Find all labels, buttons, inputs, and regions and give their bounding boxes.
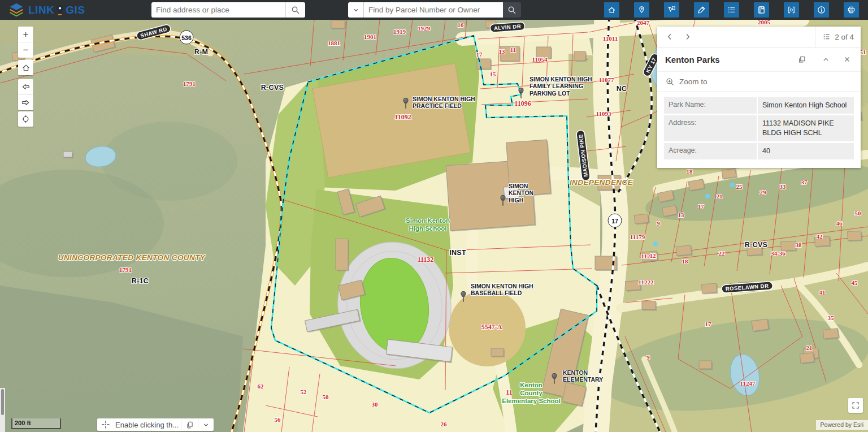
header-toolbar <box>604 2 859 18</box>
close-icon <box>843 55 851 63</box>
copy-icon <box>185 421 194 429</box>
field-value: 40 <box>758 143 854 159</box>
previous-extent-button[interactable] <box>18 79 33 95</box>
popup-attribute-table: Park Name:Simon Kenton High SchoolAddres… <box>657 92 861 168</box>
click-tool-dropdown-button[interactable] <box>198 418 214 431</box>
parcel-search-dropdown[interactable] <box>348 2 364 18</box>
logo-word-gis: GIS <box>66 4 85 16</box>
logo-word-link: LINK <box>28 4 54 16</box>
field-label: Park Name: <box>664 97 757 114</box>
next-extent-button[interactable] <box>18 95 33 110</box>
app-header: LINK GIS <box>0 0 868 20</box>
print-icon <box>847 5 856 15</box>
popup-dock-button[interactable] <box>794 51 810 67</box>
linkgis-app: 1791188119011919192916204720051101117131… <box>0 0 868 432</box>
locate-me-button[interactable] <box>18 111 33 127</box>
chevron-down-icon <box>202 421 210 429</box>
chevron-right-icon <box>683 32 692 41</box>
basemap-icon <box>787 5 796 15</box>
previous-feature-button[interactable] <box>662 29 678 45</box>
arrow-right-icon <box>21 98 31 107</box>
select-features-tool-button[interactable] <box>664 2 679 18</box>
home-control <box>18 60 33 75</box>
bookmarks-tool-button[interactable] <box>754 2 769 18</box>
dock-icon <box>797 55 806 64</box>
popup-zoom-to-action[interactable]: Zoom to <box>657 71 861 92</box>
info-icon <box>817 5 826 15</box>
crosshair-icon <box>101 420 110 429</box>
fullscreen-button[interactable] <box>848 398 863 413</box>
select-icon <box>667 5 676 15</box>
popup-field-row: Park Name:Simon Kenton High School <box>664 97 854 114</box>
draw-icon <box>697 5 706 15</box>
popup-nav-row: 2 of 4 <box>657 27 861 47</box>
feature-list-icon <box>822 32 831 41</box>
print-tool-button[interactable] <box>844 2 859 18</box>
popup-page-count: 2 of 4 <box>835 33 854 41</box>
locate-icon <box>21 114 31 124</box>
popup-field-row: Acreage:40 <box>664 143 854 159</box>
zoom-in-button[interactable]: + <box>18 27 33 42</box>
popup-title: Kenton Parks <box>665 55 794 64</box>
chevron-left-icon <box>665 32 674 41</box>
parcel-search-button[interactable] <box>503 2 521 18</box>
home-tool-button[interactable] <box>604 2 619 18</box>
fullscreen-icon <box>851 401 860 410</box>
extent-nav-controls <box>18 79 33 110</box>
popup-field-row: Address:11132 MADISON PIKE BLDG HIGH SCH… <box>664 115 854 141</box>
crosshair-tool-button[interactable] <box>97 418 114 431</box>
address-search-input[interactable] <box>151 6 285 14</box>
field-label: Address: <box>664 115 757 141</box>
parcel-search-input[interactable] <box>364 2 503 18</box>
default-extent-button[interactable] <box>18 60 33 75</box>
info-tool-button[interactable] <box>814 2 829 18</box>
field-value: Simon Kenton High School <box>758 97 854 114</box>
popup-feature-list[interactable]: 2 of 4 <box>815 27 861 47</box>
logo-pin-icon <box>56 5 64 16</box>
arrow-left-icon <box>21 82 31 92</box>
scrollbar-thumb[interactable] <box>1 389 4 415</box>
marker-icon <box>637 5 646 15</box>
zoom-to-icon <box>665 77 675 87</box>
map-click-tool-label[interactable]: Enable clicking th... <box>114 421 181 429</box>
scale-bar: 200 ft <box>11 418 61 429</box>
parcel-searchbox <box>348 2 521 18</box>
app-logo: LINK GIS <box>8 2 85 18</box>
zoom-out-button[interactable]: − <box>18 42 33 58</box>
field-label: Acreage: <box>664 143 757 159</box>
esri-attribution: Powered by Esri <box>816 420 868 430</box>
home-extent-icon <box>21 63 31 72</box>
basemap-toggle-tool-button[interactable] <box>784 2 799 18</box>
bookmark-icon <box>757 5 766 15</box>
chevron-down-icon <box>353 7 359 14</box>
locate-control <box>18 111 33 127</box>
copy-results-button[interactable] <box>181 418 198 431</box>
legend-icon <box>727 5 736 15</box>
map-click-toolbar: Enable clicking th... <box>97 418 214 431</box>
popup-collapse-button[interactable] <box>818 51 834 67</box>
zoom-controls: + − <box>18 27 33 58</box>
popup-title-row: Kenton Parks <box>657 47 861 71</box>
address-searchbox <box>151 2 305 18</box>
panel-scrollbar[interactable] <box>0 388 5 432</box>
popup-nav-arrows <box>657 29 815 45</box>
locate-marker-tool-button[interactable] <box>634 2 649 18</box>
field-value: 11132 MADISON PIKE BLDG HIGH SCHL <box>758 115 854 141</box>
next-feature-button[interactable] <box>680 29 696 45</box>
draw-tool-button[interactable] <box>694 2 709 18</box>
home-icon <box>607 5 617 15</box>
legend-tool-button[interactable] <box>724 2 739 18</box>
address-search-button[interactable] <box>285 2 305 18</box>
search-icon <box>291 6 300 15</box>
search-icon <box>507 6 517 15</box>
layers-logo-icon <box>8 2 25 18</box>
feature-popup: 2 of 4 Kenton Parks Zoom to Park Name:Si… <box>657 27 861 168</box>
popup-close-button[interactable] <box>839 51 855 67</box>
chevron-up-icon <box>822 55 830 64</box>
zoom-to-label: Zoom to <box>679 77 708 86</box>
